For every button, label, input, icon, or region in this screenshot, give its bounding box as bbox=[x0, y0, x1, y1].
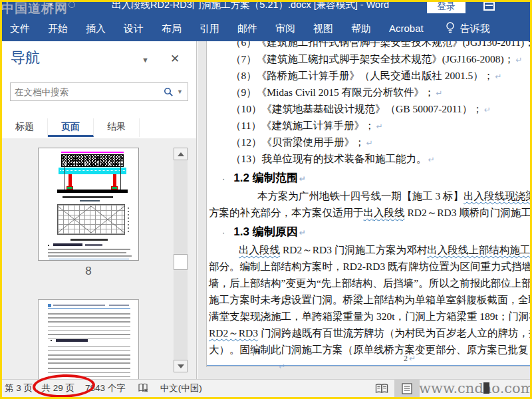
title-bar: ▼ 出入段线RD2-RD3门洞施工方案（5.21）.docx [兼容模式] - … bbox=[0, 0, 532, 16]
page-thumbnail-number: 8 bbox=[38, 265, 139, 278]
search-options-caret-icon[interactable]: ▼ bbox=[174, 88, 188, 95]
drawing-base-line bbox=[57, 190, 128, 193]
nav-tab[interactable]: 标题 bbox=[2, 118, 48, 137]
document-line: 方案的补充部分，本方案仅适用于出入段线 RD2～RD3 顺桥向门洞施工。↵ bbox=[209, 205, 530, 221]
document-line: ·1.2 编制范围↵ bbox=[222, 169, 530, 188]
ribbon-tab[interactable]: 引用 bbox=[200, 23, 219, 35]
scroll-up-button[interactable] bbox=[174, 148, 188, 160]
tell-me-lightbulb-icon bbox=[446, 21, 455, 36]
page-thumbnails-panel: 8 bbox=[2, 138, 196, 379]
watermark-bottom-right: www.cndao.com bbox=[419, 380, 532, 396]
scroll-down-button[interactable] bbox=[174, 360, 188, 372]
document-line: （10）《建筑地基基础设计规范》（GB 50007-2011）；↵ bbox=[231, 101, 530, 118]
navigation-pane-menu-caret-icon[interactable]: ▼ bbox=[142, 56, 149, 64]
ribbon-tab[interactable]: 审阅 bbox=[275, 23, 295, 35]
sign-in-button[interactable]: 登录 bbox=[427, 0, 466, 13]
document-line: 施工方案时未考虑设置门洞。桥梁上部结构为单箱单室斜腹板截面，全联均为↵ bbox=[209, 292, 530, 309]
navigation-scrollbar[interactable] bbox=[174, 148, 188, 372]
page-footer: 2↵ bbox=[207, 354, 530, 364]
window-title: 出入段线RD2-RD3门洞施工方案（5.21）.docx [兼容模式] - Wo… bbox=[112, 0, 389, 11]
document-line: （7）《建筑施工碗扣式脚手架安全技术规范》(JGJ166-2008)；↵ bbox=[231, 51, 530, 68]
document-line: 出入段线 RD2～RD3 门洞施工方案为邓村出入段线上部结构施工方案的↵ bbox=[239, 242, 530, 259]
document-line: RD2～RD3 门洞跨越既有百世流芳牌坊（为村民为百岁老人立的牌坊，拆迁难↵ bbox=[209, 325, 530, 342]
ribbon-tab[interactable]: 邮件 bbox=[237, 23, 257, 35]
drawing-scaffold-grid bbox=[57, 204, 125, 235]
ribbon-tab[interactable]: 开始 bbox=[48, 23, 68, 35]
document-line: 本方案为广州地铁十四号线一期【施工 3 标】出入段线现浇梁满堂支架现浇施工↵ bbox=[257, 188, 530, 205]
document-line: （9）《Midas Civil 2015 有限元分析软件》；↵ bbox=[231, 84, 530, 101]
navigation-pane-close-icon[interactable]: ✕ bbox=[170, 52, 180, 66]
document-area: （6）《建筑施工扣件式钢管脚手架安全技术规范》(JGJ130-2011)；↵（7… bbox=[198, 41, 530, 379]
document-line: 墙，后上部结构”变更为“先上部结构、后挡墙”。所以之前报此部位上部结构↵ bbox=[209, 275, 530, 292]
watermark-top-left: 中国道桥网 bbox=[1, 0, 75, 17]
document-line: （12）《贝雷梁使用手册》；↵ bbox=[231, 134, 530, 151]
view-switcher bbox=[369, 380, 420, 397]
tell-me-tab[interactable]: 告诉我 bbox=[460, 23, 490, 35]
ribbon-tab[interactable]: 帮助 bbox=[351, 23, 371, 35]
navigation-pane-title: 导航 bbox=[11, 48, 40, 68]
nav-tab[interactable]: 结果 bbox=[94, 118, 140, 137]
page-8-thumbnail[interactable] bbox=[38, 148, 139, 261]
footer-rule bbox=[207, 365, 530, 366]
print-layout-button[interactable] bbox=[394, 380, 420, 397]
search-icon[interactable] bbox=[164, 87, 174, 97]
document-line: 满堂支架现浇施工，单跨箱梁重量为 320t，门洞上方箱梁重 189t；门洞在入段… bbox=[209, 309, 530, 325]
scroll-up-arrow-icon bbox=[178, 152, 184, 156]
document-search-box[interactable]: ▼ bbox=[10, 82, 188, 101]
document-line: （13）我单位现有的技术装备和施工能力。↵ bbox=[231, 151, 530, 168]
document-line: （8）《路桥施工计算手册》（人民交通出版社 2001.5）；↵ bbox=[231, 68, 530, 84]
cursor-block-overlay bbox=[483, 382, 489, 394]
ribbon-tab[interactable]: 设计 bbox=[124, 23, 144, 35]
navigation-tabs: 标题页面结果 bbox=[2, 118, 197, 137]
navigation-pane: 导航 ▼ ✕ ▼ 标题页面结果 bbox=[2, 41, 197, 379]
read-mode-button[interactable] bbox=[369, 380, 394, 397]
nav-tab[interactable]: 页面 bbox=[48, 118, 94, 137]
ribbon-tab[interactable]: Acrobat bbox=[389, 23, 424, 35]
scroll-down-arrow-icon bbox=[178, 364, 184, 368]
ribbon-tab[interactable]: 视图 bbox=[313, 23, 333, 35]
ribbon-tab[interactable]: 插入 bbox=[86, 23, 106, 35]
drawing-magenta-line bbox=[61, 152, 124, 153]
document-content: （6）《建筑施工扣件式钢管脚手架安全技术规范》(JGJ130-2011)；↵（7… bbox=[209, 41, 530, 374]
document-line: （6）《建筑施工扣件式钢管脚手架安全技术规范》(JGJ130-2011)；↵ bbox=[231, 41, 530, 51]
ribbon-tabs: 文件开始插入设计布局引用邮件审阅视图帮助Acrobat bbox=[10, 23, 442, 35]
document-line: （11）《建筑施工计算手册》；↵ bbox=[231, 118, 530, 134]
drawing-hatched-beam bbox=[61, 154, 124, 167]
document-page[interactable]: （6）《建筑施工扣件式钢管脚手架安全技术规范》(JGJ130-2011)；↵（7… bbox=[206, 41, 530, 367]
language-indicator[interactable]: 中文(中国) bbox=[160, 382, 202, 394]
scrollbar-thumb[interactable] bbox=[174, 254, 188, 270]
ribbon-tab[interactable]: 文件 bbox=[10, 23, 30, 35]
search-input[interactable] bbox=[11, 87, 164, 97]
ribbon-tab[interactable]: 布局 bbox=[162, 23, 182, 35]
document-line: ·1.3 编制原因↵ bbox=[222, 223, 530, 242]
page-9-thumbnail[interactable] bbox=[38, 299, 139, 379]
ribbon-tab-bar: 文件开始插入设计布局引用邮件审阅视图帮助Acrobat 告诉我 bbox=[0, 16, 532, 41]
document-line: 部分。编制上部结构方案时，RD2-RD3 既有牌坊位置为区间重力式挡墙：“先挡↵ bbox=[209, 259, 530, 275]
drawing-cyan-beam bbox=[59, 168, 126, 174]
watermark-ring-icon bbox=[68, 1, 75, 8]
proofing-errors-icon[interactable] bbox=[138, 383, 150, 394]
ribbon-display-options-icon[interactable] bbox=[483, 1, 495, 11]
